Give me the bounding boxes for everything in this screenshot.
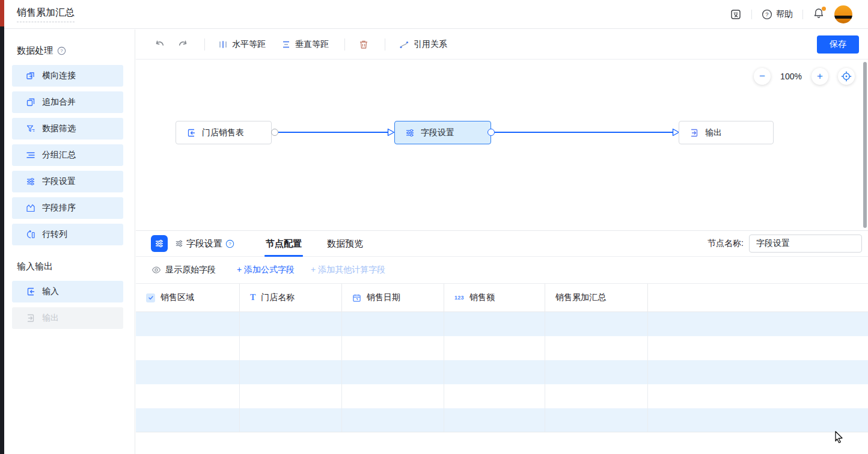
save-button[interactable]: 保存 [817, 35, 859, 54]
column-header-sales-amount[interactable]: 123 销售额 [444, 284, 545, 311]
add-formula-field-button[interactable]: + 添加公式字段 [237, 265, 295, 275]
node-name-input[interactable] [749, 235, 862, 253]
sidebar-item-append-merge[interactable]: 追加合并 [12, 91, 123, 113]
field-sort-icon [26, 203, 35, 213]
table-cell [444, 312, 545, 336]
sidebar-item-label: 追加合并 [42, 97, 76, 108]
select-type-icon [146, 293, 155, 302]
sidebar-item-row-to-column[interactable]: 行转列 [12, 224, 123, 245]
help-icon[interactable]: ? [57, 46, 66, 55]
canvas-toolbar: 水平等距 垂直等距 引用关系 保 [136, 29, 868, 60]
output-icon [689, 128, 699, 138]
vertical-spacing-button[interactable]: 垂直等距 [281, 39, 329, 50]
sidebar-item-data-filter[interactable]: 数据筛选 [12, 118, 123, 140]
top-bar: 销售累加汇总 ? 帮助 [0, 0, 868, 29]
table-cell [341, 360, 444, 384]
svg-text:?: ? [228, 241, 231, 247]
sidebar-item-join-horizontal[interactable]: 横向连接 [12, 65, 123, 87]
table-cell [444, 336, 545, 360]
zoom-in-button[interactable]: + [811, 68, 828, 85]
input-icon [186, 128, 196, 138]
crosshair-icon [840, 70, 852, 82]
horizontal-spacing-button[interactable]: 水平等距 [218, 39, 266, 50]
field-settings-icon [405, 128, 415, 138]
panel-node-type-label: 字段设置 [186, 238, 222, 250]
divider [751, 10, 752, 19]
table-cell [545, 408, 647, 432]
divider [204, 38, 205, 51]
undo-button[interactable] [154, 38, 166, 51]
table-cell [136, 384, 239, 408]
help-button[interactable]: ? 帮助 [762, 9, 793, 20]
redo-icon [177, 38, 189, 51]
reference-relation-button[interactable]: 引用关系 [399, 39, 447, 50]
column-header-region[interactable]: 销售区域 [136, 284, 239, 311]
node-label: 输出 [705, 127, 722, 138]
output-icon [26, 313, 35, 323]
sidebar-item-group-summary[interactable]: 分组汇总 [12, 144, 123, 166]
sidebar-item-label: 输入 [42, 286, 59, 297]
node-output-port[interactable] [487, 129, 495, 136]
horizontal-spacing-label: 水平等距 [232, 39, 266, 50]
avatar[interactable] [834, 5, 852, 23]
help-icon[interactable]: ? [225, 239, 234, 248]
column-header-store-name[interactable]: T 门店名称 [239, 284, 341, 311]
eye-icon [151, 265, 161, 275]
group-summary-icon [26, 150, 35, 160]
tab-node-config[interactable]: 节点配置 [266, 231, 302, 257]
table-cell [239, 360, 341, 384]
column-header-cumulative-total[interactable]: 销售累加汇总 [545, 284, 647, 311]
sidebar-item-input[interactable]: 输入 [12, 281, 123, 302]
node-label: 门店销售表 [202, 127, 244, 138]
tab-data-preview[interactable]: 数据预览 [327, 231, 363, 257]
svg-text:?: ? [60, 48, 63, 54]
delete-button[interactable] [358, 39, 369, 50]
notifications-button[interactable] [813, 7, 825, 22]
flow-canvas[interactable]: − 100% + 门店销售表 [136, 60, 868, 230]
divider [385, 38, 385, 51]
table-cell [444, 408, 545, 432]
field-settings-icon [175, 239, 183, 248]
sidebar-item-label: 横向连接 [42, 70, 76, 81]
zoom-controls: − 100% + [754, 68, 855, 85]
table-cell [239, 336, 341, 360]
zoom-out-button[interactable]: − [754, 68, 771, 85]
table-cell [545, 384, 647, 408]
field-settings-node-icon [151, 235, 168, 252]
field-settings-icon [26, 177, 35, 186]
table-cell [545, 312, 647, 336]
table-row [136, 312, 868, 336]
sidebar-section-title: 数据处理 [17, 45, 53, 57]
flow-edge [495, 132, 673, 133]
table-cell [444, 360, 545, 384]
node-output-port[interactable] [271, 129, 278, 136]
sidebar-item-field-sort[interactable]: 字段排序 [12, 197, 123, 219]
show-original-fields-toggle[interactable]: 显示原始字段 [151, 265, 216, 275]
sidebar-item-label: 分组汇总 [42, 150, 76, 161]
undo-icon [154, 38, 166, 51]
row-to-column-icon [26, 230, 35, 239]
table-cell [647, 408, 868, 432]
flow-node-field-settings[interactable]: 字段设置 [394, 121, 491, 144]
flow-node-input-table[interactable]: 门店销售表 [176, 121, 272, 144]
main-area: 水平等距 垂直等距 引用关系 保 [136, 29, 868, 454]
sidebar-item-output: 输出 [12, 307, 123, 329]
table-cell [647, 360, 868, 384]
column-header-sale-date[interactable]: 销售日期 [341, 284, 444, 311]
redo-button[interactable] [177, 38, 189, 51]
sidebar: 数据处理 ? 横向连接 追加合并 数据筛选 分组汇总 [0, 29, 135, 454]
table-cell [341, 336, 444, 360]
notification-badge [822, 7, 826, 11]
horizontal-spacing-icon [218, 40, 228, 49]
table-cell [647, 384, 868, 408]
sidebar-item-field-settings[interactable]: 字段设置 [12, 171, 123, 192]
docs-icon[interactable] [730, 8, 742, 20]
zoom-level: 100% [780, 72, 802, 81]
flow-node-output[interactable]: 输出 [679, 121, 774, 144]
canvas-scrollbar[interactable] [863, 62, 867, 228]
fit-view-button[interactable] [838, 68, 855, 85]
page-title[interactable]: 销售累加汇总 [17, 7, 75, 22]
reference-relation-label: 引用关系 [414, 39, 447, 50]
node-label: 字段设置 [421, 127, 454, 138]
column-label: 销售累加汇总 [555, 292, 606, 303]
